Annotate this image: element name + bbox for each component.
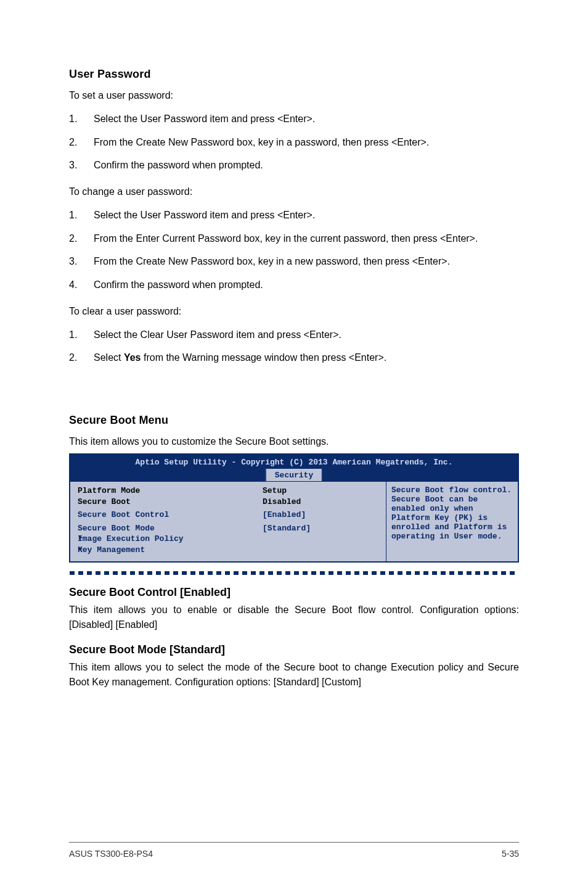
bios-value: Disabled: [263, 497, 349, 508]
bios-label: Image Execution Policy: [78, 534, 263, 545]
bios-help-line: enrolled and Platform is: [391, 522, 513, 532]
step-text: From the Create New Password box, key in…: [94, 134, 519, 151]
bios-value: [Enabled]: [263, 510, 349, 521]
list-item: 1.Select the User Password item and pres…: [69, 207, 519, 223]
bios-field-secure-boot-mode: Secure Boot Mode [Standard]: [78, 523, 381, 534]
bios-field-platform-mode: Platform Mode Setup: [78, 485, 381, 497]
step-number: 2.: [69, 134, 94, 151]
bios-help-line: enabled only when: [391, 504, 513, 513]
bios-label: Secure Boot: [78, 497, 263, 508]
step-text: Confirm the password when prompted.: [94, 277, 519, 293]
step-text: From the Enter Current Password box, key…: [94, 231, 519, 247]
text-secure-boot-mode-desc: This item allows you to select the mode …: [69, 660, 519, 690]
step-text: Confirm the password when prompted.: [94, 157, 519, 173]
bios-screenshot: Aptio Setup Utility - Copyright (C) 2013…: [69, 453, 519, 563]
bios-label: Secure Boot Mode: [78, 523, 263, 534]
step-number: 3.: [69, 157, 94, 173]
bios-help-line: operating in User mode.: [391, 532, 513, 541]
footer-divider: [69, 842, 519, 843]
step-text: Select the Clear User Password item and …: [94, 327, 519, 343]
spacer: [69, 377, 519, 414]
step-number: 2.: [69, 350, 94, 366]
step-number: 4.: [69, 277, 94, 293]
page-container: User Password To set a user password: 1.…: [0, 0, 588, 887]
bios-label: Platform Mode: [78, 485, 263, 497]
step-text: Select the User Password item and press …: [94, 207, 519, 223]
list-change-user-pw: 1.Select the User Password item and pres…: [69, 207, 519, 292]
bios-value: Setup: [263, 485, 349, 497]
step-number: 3.: [69, 254, 94, 270]
text-secure-boot-menu-desc: This item allows you to customize the Se…: [69, 434, 519, 448]
footer-product: ASUS TS300-E8-PS4: [69, 849, 153, 859]
list-set-user-pw: 1.Select the User Password item and pres…: [69, 111, 519, 173]
list-clear-user-pw: 1.Select the Clear User Password item an…: [69, 327, 519, 366]
step-text: From the Create New Password box, key in…: [94, 254, 519, 270]
bios-header: Aptio Setup Utility - Copyright (C) 2013…: [70, 454, 518, 481]
list-item: 4.Confirm the password when prompted.: [69, 277, 519, 293]
text-set-user-pw: To set a user password:: [69, 88, 519, 102]
bios-submenu-image-exec: ▶ Image Execution Policy: [78, 534, 381, 545]
page-footer: ASUS TS300-E8-PS4 5-35: [69, 849, 519, 859]
triangle-right-icon: ▶: [79, 534, 83, 542]
bios-help-panel: Secure Boot flow control. Secure Boot ca…: [386, 481, 518, 562]
heading-secure-boot-menu: Secure Boot Menu: [69, 414, 519, 427]
bios-main-panel: Platform Mode Setup Secure Boot Disabled…: [70, 481, 386, 562]
list-item: 3.From the Create New Password box, key …: [69, 254, 519, 270]
step-number: 1.: [69, 207, 94, 223]
bios-help-line: Secure Boot flow control.: [391, 485, 513, 495]
text-clear-user-pw: To clear a user password:: [69, 304, 519, 318]
heading-secure-boot-mode: Secure Boot Mode [Standard]: [69, 643, 519, 656]
bios-field-secure-boot-control: Secure Boot Control [Enabled]: [78, 510, 381, 521]
list-item: 3.Confirm the password when prompted.: [69, 157, 519, 173]
footer-page-number: 5-35: [502, 849, 519, 859]
list-item: 1.Select the User Password item and pres…: [69, 111, 519, 127]
bios-label: Key Management: [78, 545, 263, 556]
list-item: 2.From the Create New Password box, key …: [69, 134, 519, 151]
bios-field-secure-boot: Secure Boot Disabled: [78, 497, 381, 508]
bios-label: Secure Boot Control: [78, 510, 263, 521]
bios-title: Aptio Setup Utility - Copyright (C) 2013…: [75, 456, 513, 467]
bios-value: [Standard]: [263, 523, 349, 534]
list-item: 1.Select the Clear User Password item an…: [69, 327, 519, 343]
bios-submenu-key-mgmt: ▶ Key Management: [78, 545, 381, 556]
step-text: Select Yes from the Warning message wind…: [94, 350, 519, 366]
heading-user-password: User Password: [69, 68, 519, 81]
triangle-right-icon: ▶: [79, 545, 83, 553]
text-change-user-pw: To change a user password:: [69, 184, 519, 199]
step-number: 1.: [69, 327, 94, 343]
bios-help-line: Platform Key (PK) is: [391, 513, 513, 522]
bios-tab-security: Security: [266, 468, 322, 481]
list-item: 2.Select Yes from the Warning message wi…: [69, 350, 519, 366]
step-number: 2.: [69, 231, 94, 247]
text-secure-boot-control-desc: This item allows you to enable or disabl…: [69, 603, 519, 632]
heading-secure-boot-control: Secure Boot Control [Enabled]: [69, 586, 519, 599]
bios-body: Platform Mode Setup Secure Boot Disabled…: [70, 481, 518, 562]
step-number: 1.: [69, 111, 94, 127]
step-text: Select the User Password item and press …: [94, 111, 519, 127]
list-item: 2.From the Enter Current Password box, k…: [69, 231, 519, 247]
bios-help-line: Secure Boot can be: [391, 495, 513, 504]
